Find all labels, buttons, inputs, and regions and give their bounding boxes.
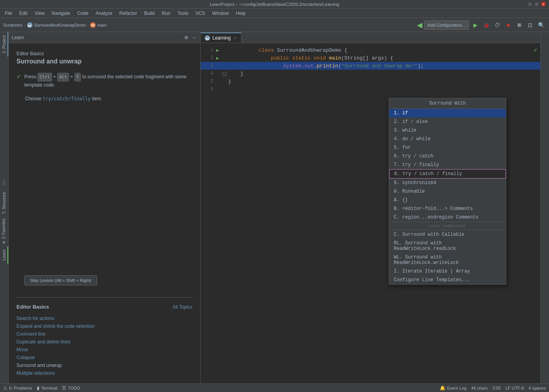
popup-item-writelock[interactable]: WL. Surround with ReadWriteLock.writeLoc… bbox=[389, 253, 506, 267]
popup-item-try-catch-finally[interactable]: 8. try / catch / finally bbox=[389, 169, 506, 179]
topic-multiple-selections[interactable]: Multiple selections bbox=[16, 369, 192, 377]
status-bar: ⚠ 6: Problems ▮ Terminal ☰ TODO 🔔 Event … bbox=[0, 383, 549, 392]
indent-status[interactable]: 4 spaces bbox=[529, 386, 546, 390]
popup-item-callable[interactable]: C. Surround with Callable bbox=[389, 230, 506, 239]
learn-content: Editor Basics Surround and unwrap ✓ Pres… bbox=[9, 43, 200, 267]
maximize-button[interactable]: □ bbox=[534, 2, 539, 7]
tab-learning[interactable]: ☕ Learning × bbox=[201, 33, 241, 43]
menu-file[interactable]: File bbox=[2, 10, 15, 17]
event-log-status[interactable]: 🔔 Event Log bbox=[440, 385, 467, 391]
menu-view[interactable]: View bbox=[31, 10, 48, 17]
status-left: ⚠ 6: Problems ▮ Terminal ☰ TODO bbox=[3, 385, 80, 391]
topic-duplicate-delete[interactable]: Duplicate and delete lines bbox=[16, 338, 192, 346]
menu-edit[interactable]: Edit bbox=[16, 10, 31, 17]
breadcrumb-file[interactable]: SurroundAndUnwrapDemo bbox=[34, 23, 86, 27]
todo-status[interactable]: ☰ TODO bbox=[62, 385, 80, 391]
topics-section: Editor Basics All Topics Search for acti… bbox=[9, 298, 200, 383]
run-arrow-2[interactable]: ▶ bbox=[216, 56, 223, 61]
search-everywhere-button[interactable]: 🔍 bbox=[536, 20, 546, 30]
run-arrow-1[interactable]: ▶ bbox=[216, 48, 223, 53]
nav-back-icon[interactable]: ◀ bbox=[417, 21, 422, 29]
popup-item-editor-fold[interactable]: B. <editor-fold...> Comments bbox=[389, 204, 506, 213]
surround-with-popup: Surround With 1. if 2. if / else 3. whil… bbox=[389, 98, 506, 285]
topic-collapse[interactable]: Collapse bbox=[16, 354, 192, 361]
learn-panel: Learn ⚙ – Editor Basics Surround and unw… bbox=[9, 32, 201, 383]
topic-comment-line[interactable]: Comment line bbox=[16, 330, 192, 338]
title-bar: LearnProject – ~/.config/JetBrains/IdeaI… bbox=[0, 0, 549, 9]
popup-item-synchronized[interactable]: 9. synchronized bbox=[389, 179, 506, 187]
tab-close-icon[interactable]: × bbox=[233, 35, 237, 41]
breadcrumb-method[interactable]: main bbox=[97, 23, 107, 27]
minimize-button[interactable]: – bbox=[527, 2, 533, 7]
status-right: 🔔 Event Log 46 chars 3:55 LF UTF-8 4 spa… bbox=[440, 385, 546, 391]
popup-item-while[interactable]: 3. while bbox=[389, 126, 506, 135]
toolbar: Scratches › ☕ SurroundAndUnwrapDemo › m … bbox=[0, 18, 549, 32]
popup-item-iterate[interactable]: I. Iterate Iterable | Array bbox=[389, 267, 506, 276]
add-config-label: Add Configuration... bbox=[428, 23, 466, 27]
add-configuration-button[interactable]: Add Configuration... bbox=[424, 20, 469, 30]
run-button[interactable]: ▶ bbox=[471, 20, 480, 30]
profile-button[interactable]: ⏱ bbox=[493, 20, 502, 30]
popup-item-braces[interactable]: A. {} bbox=[389, 196, 506, 204]
popup-item-if[interactable]: 1. if bbox=[389, 109, 506, 117]
breadcrumb-scratches[interactable]: Scratches bbox=[3, 23, 22, 27]
coverage-button[interactable]: ▦ bbox=[515, 20, 524, 30]
topic-search-actions[interactable]: Search for actions bbox=[16, 314, 192, 322]
menu-tools[interactable]: Tools bbox=[174, 10, 192, 17]
sidebar-item-project[interactable]: 1: Project bbox=[0, 32, 8, 56]
topic-move[interactable]: Move bbox=[16, 346, 192, 354]
code-line-6: 6 bbox=[201, 85, 540, 93]
popup-item-if-else[interactable]: 2. if / else bbox=[389, 117, 506, 126]
menu-help[interactable]: Help bbox=[233, 10, 249, 17]
terminal-icon: ▮ bbox=[37, 385, 40, 391]
menu-code[interactable]: Code bbox=[74, 10, 92, 17]
problems-status[interactable]: ⚠ 6: Problems bbox=[3, 385, 32, 391]
menu-analyze[interactable]: Analyze bbox=[92, 10, 116, 17]
menu-refactor[interactable]: Refactor bbox=[116, 10, 140, 17]
terminal-label: Terminal bbox=[41, 386, 58, 390]
popup-item-do-while[interactable]: 4. do / while bbox=[389, 135, 506, 143]
menu-navigate[interactable]: Navigate bbox=[49, 10, 73, 17]
stop-button[interactable]: ■ bbox=[504, 20, 513, 30]
key-ctrl: Ctrl bbox=[38, 73, 52, 81]
popup-item-for[interactable]: 5. for bbox=[389, 143, 506, 152]
sidebar-item-learn[interactable]: Learn bbox=[0, 246, 8, 264]
sidebar-item-structure[interactable]: 7: Structure bbox=[0, 189, 8, 217]
menu-vcs[interactable]: VCS bbox=[192, 10, 208, 17]
learn-panel-title: Learn bbox=[12, 35, 24, 40]
layout-button[interactable]: ⊡ bbox=[525, 20, 535, 30]
event-log-label: Event Log bbox=[447, 386, 467, 390]
code-line-3: 3 System.out.println("Surround and Unwra… bbox=[201, 62, 540, 70]
main-method-icon: m bbox=[90, 22, 96, 28]
debug-button[interactable]: 🐞 bbox=[482, 20, 491, 30]
problems-icon: ⚠ bbox=[3, 385, 7, 391]
fold-icon-4[interactable]: – bbox=[223, 72, 226, 76]
menu-window[interactable]: Window bbox=[209, 10, 232, 17]
popup-item-region[interactable]: C. region...endregion Comments bbox=[389, 213, 506, 222]
popup-item-runnable[interactable]: 0. Runnable bbox=[389, 187, 506, 196]
sidebar-item-ant[interactable]: Ant bbox=[0, 177, 8, 189]
sidebar-item-favorites[interactable]: ★2: Favorites bbox=[0, 217, 8, 246]
popup-item-try-catch[interactable]: 6. try / catch bbox=[389, 152, 506, 161]
encoding-status[interactable]: LF UTF-8 bbox=[506, 386, 524, 390]
menu-build[interactable]: Build bbox=[141, 10, 158, 17]
learn-settings-icon[interactable]: ⚙ bbox=[183, 34, 189, 41]
todo-icon: ☰ bbox=[62, 385, 66, 391]
topics-header: Editor Basics All Topics bbox=[16, 304, 192, 310]
popup-item-try-finally[interactable]: 7. try / finally bbox=[389, 161, 506, 169]
learn-minimize-icon[interactable]: – bbox=[191, 34, 197, 41]
code-line-5: 5 } bbox=[201, 78, 540, 85]
close-button[interactable]: × bbox=[541, 2, 546, 7]
code-editor[interactable]: ✓ 1 ▶ class SurroundAndUnwrapDemo { 2 ▶ … bbox=[201, 43, 540, 383]
terminal-status[interactable]: ▮ Terminal bbox=[37, 385, 58, 391]
topic-expand-shrink[interactable]: Expand and shrink the code selection bbox=[16, 322, 192, 330]
popup-item-readlock[interactable]: RL. Surround with ReadWriteLock.readLock bbox=[389, 239, 506, 253]
position-status[interactable]: 3:55 bbox=[492, 386, 500, 390]
menu-run[interactable]: Run bbox=[159, 10, 174, 17]
skip-lesson-button[interactable]: Skip Lesson (Alt + Shift + Right) bbox=[24, 275, 97, 285]
tab-learning-label: Learning bbox=[212, 35, 231, 41]
all-topics-link[interactable]: All Topics bbox=[173, 304, 192, 310]
popup-item-configure-live[interactable]: Configure Live Templates... bbox=[389, 276, 506, 284]
event-log-icon: 🔔 bbox=[440, 385, 446, 391]
topic-surround-unwrap[interactable]: Surround and unwrap bbox=[16, 361, 192, 369]
